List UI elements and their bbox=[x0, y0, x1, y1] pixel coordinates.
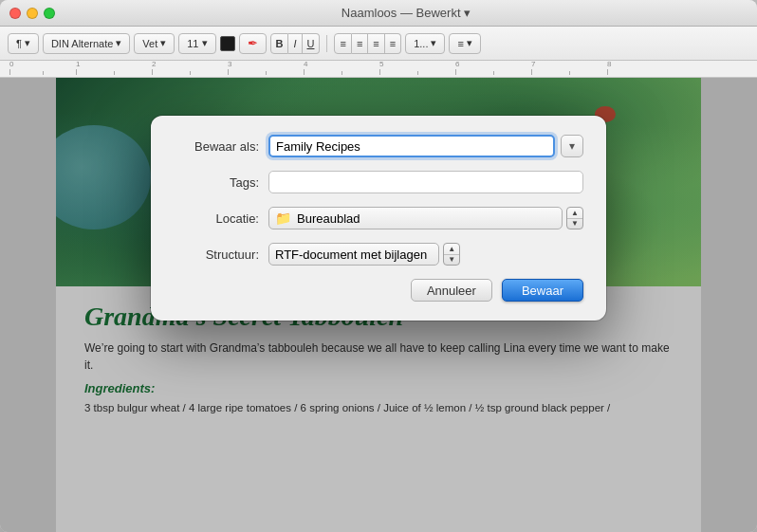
cancel-button[interactable]: Annuleer bbox=[411, 279, 492, 302]
align-right-button[interactable]: ≡ bbox=[368, 33, 384, 54]
dialog-buttons: Annuleer Bewaar bbox=[174, 279, 583, 302]
chevron-down-icon: ▾ bbox=[160, 37, 166, 49]
titlebar: Naamloos — Bewerkt ▾ bbox=[0, 0, 757, 27]
expand-button[interactable]: ▾ bbox=[561, 135, 583, 157]
location-select[interactable]: 📁 Bureaublad bbox=[268, 207, 563, 229]
location-stepper[interactable]: ▲ ▼ bbox=[566, 207, 583, 229]
font-name-select[interactable]: DIN Alternate ▾ bbox=[43, 33, 130, 54]
font-style-label: Vet bbox=[142, 38, 157, 49]
save-button[interactable]: Bewaar bbox=[502, 279, 583, 302]
font-style-select[interactable]: Vet ▾ bbox=[134, 33, 175, 54]
list-numbered-label: 1... bbox=[414, 38, 428, 49]
tags-row: Tags: bbox=[174, 171, 583, 193]
align-left-button[interactable]: ≡ bbox=[334, 33, 351, 54]
tags-input[interactable] bbox=[268, 171, 583, 193]
format-stepper-down[interactable]: ▼ bbox=[444, 255, 459, 266]
list-numbered-button[interactable]: 1... ▾ bbox=[405, 33, 445, 54]
list-bullets-button[interactable]: ≡ ▾ bbox=[449, 33, 480, 54]
format-value: RTF-document met bijlagen bbox=[275, 248, 427, 262]
list-bullets-label: ≡ bbox=[457, 38, 463, 49]
chevron-down-icon: ▾ bbox=[431, 37, 436, 49]
minimize-button[interactable] bbox=[27, 8, 38, 19]
font-size-select[interactable]: 11 ▾ bbox=[178, 33, 215, 54]
content-area: Grandma’s Secret Tabbouleh We’re going t… bbox=[0, 78, 757, 532]
folder-icon: 📁 bbox=[275, 211, 291, 226]
maximize-button[interactable] bbox=[44, 8, 55, 19]
toolbar: ¶ ▾ DIN Alternate ▾ Vet ▾ 11 ▾ ✒ B I U ≡… bbox=[0, 27, 757, 61]
window: Naamloos — Bewerkt ▾ ¶ ▾ DIN Alternate ▾… bbox=[0, 0, 757, 532]
font-name-label: DIN Alternate bbox=[51, 38, 113, 49]
chevron-down-icon: ▾ bbox=[116, 37, 121, 49]
format-row: Structuur: RTF-document met bijlagen ▲ ▼ bbox=[174, 243, 583, 266]
stepper-up[interactable]: ▲ bbox=[567, 208, 582, 219]
stepper-down[interactable]: ▼ bbox=[567, 219, 582, 229]
save-as-label: Bewaar als: bbox=[174, 139, 259, 154]
location-row: Locatie: 📁 Bureaublad ▲ ▼ bbox=[174, 207, 583, 229]
chevron-down-icon: ▾ bbox=[467, 37, 472, 49]
format-label: Structuur: bbox=[174, 248, 259, 262]
underline-button[interactable]: U bbox=[303, 33, 321, 54]
bold-button[interactable]: B bbox=[270, 33, 289, 54]
format-marks-button[interactable]: ¶ ▾ bbox=[8, 33, 39, 54]
alignment-group: ≡ ≡ ≡ ≡ bbox=[334, 33, 401, 54]
format-stepper-up[interactable]: ▲ bbox=[444, 244, 459, 255]
close-button[interactable] bbox=[9, 8, 21, 19]
italic-button[interactable]: I bbox=[288, 33, 302, 54]
tags-label: Tags: bbox=[174, 175, 259, 190]
window-title: Naamloos — Bewerkt ▾ bbox=[65, 6, 748, 20]
ruler-marks: 0 1 2 3 4 5 6 7 8 bbox=[0, 61, 757, 75]
text-format-group: B I U bbox=[270, 33, 321, 54]
save-as-input[interactable] bbox=[268, 135, 555, 157]
tags-input-wrap bbox=[268, 171, 583, 193]
save-as-input-wrap: ▾ bbox=[268, 135, 583, 157]
dropper-icon: ✒ bbox=[248, 36, 258, 50]
location-value: Bureaublad bbox=[297, 211, 360, 226]
align-justify-button[interactable]: ≡ bbox=[385, 33, 401, 54]
separator bbox=[326, 35, 327, 52]
location-label: Locatie: bbox=[174, 211, 259, 226]
color-swatch[interactable] bbox=[220, 36, 235, 51]
dropper-button[interactable]: ✒ bbox=[239, 33, 267, 54]
format-marks-icon: ¶ bbox=[16, 38, 22, 49]
save-as-row: Bewaar als: ▾ bbox=[174, 135, 583, 157]
chevron-down-icon: ▾ bbox=[202, 37, 208, 49]
ruler: 0 1 2 3 4 5 6 7 8 bbox=[0, 61, 757, 78]
format-stepper[interactable]: ▲ ▼ bbox=[443, 243, 460, 266]
save-dialog: Bewaar als: ▾ Tags: Locatie: bbox=[151, 116, 606, 321]
traffic-lights bbox=[9, 8, 55, 19]
format-select[interactable]: RTF-document met bijlagen bbox=[268, 243, 439, 266]
format-select-wrap: RTF-document met bijlagen ▲ ▼ bbox=[268, 243, 460, 266]
location-select-wrap: 📁 Bureaublad ▲ ▼ bbox=[268, 207, 583, 229]
font-size-label: 11 bbox=[187, 38, 198, 49]
dialog-overlay: Bewaar als: ▾ Tags: Locatie: bbox=[0, 78, 757, 532]
chevron-down-icon: ▾ bbox=[25, 37, 30, 49]
align-center-button[interactable]: ≡ bbox=[352, 33, 368, 54]
